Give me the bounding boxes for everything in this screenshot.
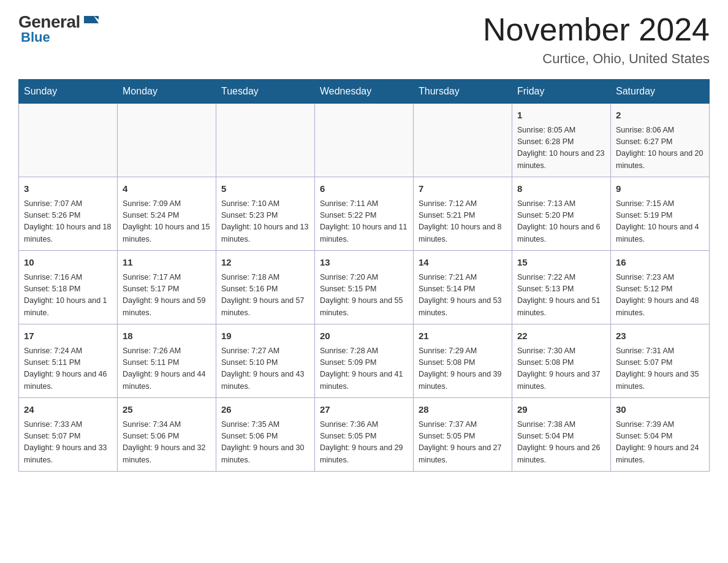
day-info: Sunrise: 7:21 AMSunset: 5:14 PMDaylight:…	[419, 273, 502, 317]
calendar-cell: 13Sunrise: 7:20 AMSunset: 5:15 PMDayligh…	[315, 251, 414, 324]
day-info: Sunrise: 7:36 AMSunset: 5:05 PMDaylight:…	[320, 420, 403, 464]
location-title: Curtice, Ohio, United States	[483, 51, 710, 67]
day-info: Sunrise: 7:11 AMSunset: 5:22 PMDaylight:…	[320, 199, 407, 243]
day-number: 29	[517, 403, 605, 417]
day-number: 9	[616, 182, 704, 196]
weekday-header-wednesday: Wednesday	[315, 80, 414, 104]
day-info: Sunrise: 7:22 AMSunset: 5:13 PMDaylight:…	[517, 273, 601, 317]
day-number: 15	[517, 256, 605, 270]
calendar-cell: 7Sunrise: 7:12 AMSunset: 5:21 PMDaylight…	[414, 177, 512, 251]
day-info: Sunrise: 8:06 AMSunset: 6:27 PMDaylight:…	[616, 126, 703, 170]
calendar-cell: 18Sunrise: 7:26 AMSunset: 5:11 PMDayligh…	[118, 324, 216, 398]
calendar-cell	[315, 104, 414, 177]
day-info: Sunrise: 7:10 AMSunset: 5:23 PMDaylight:…	[221, 199, 308, 243]
calendar-cell	[19, 104, 118, 177]
day-info: Sunrise: 7:29 AMSunset: 5:08 PMDaylight:…	[419, 347, 502, 391]
day-number: 28	[419, 403, 507, 417]
day-number: 5	[221, 182, 309, 196]
calendar-cell: 15Sunrise: 7:22 AMSunset: 5:13 PMDayligh…	[512, 251, 611, 324]
day-info: Sunrise: 7:16 AMSunset: 5:18 PMDaylight:…	[24, 273, 107, 317]
day-number: 21	[419, 329, 507, 343]
calendar-cell: 12Sunrise: 7:18 AMSunset: 5:16 PMDayligh…	[216, 251, 315, 324]
day-info: Sunrise: 7:20 AMSunset: 5:15 PMDaylight:…	[320, 273, 403, 317]
calendar-cell: 9Sunrise: 7:15 AMSunset: 5:19 PMDaylight…	[611, 177, 710, 251]
day-info: Sunrise: 7:28 AMSunset: 5:09 PMDaylight:…	[320, 347, 403, 391]
day-number: 26	[221, 403, 309, 417]
day-info: Sunrise: 7:18 AMSunset: 5:16 PMDaylight:…	[221, 273, 305, 317]
calendar-cell	[216, 104, 315, 177]
weekday-header-friday: Friday	[512, 80, 611, 104]
day-number: 10	[24, 256, 112, 270]
weekday-header-saturday: Saturday	[611, 80, 710, 104]
calendar-cell: 4Sunrise: 7:09 AMSunset: 5:24 PMDaylight…	[118, 177, 216, 251]
day-info: Sunrise: 8:05 AMSunset: 6:28 PMDaylight:…	[517, 126, 604, 170]
logo: General Blue	[18, 12, 101, 45]
day-info: Sunrise: 7:35 AMSunset: 5:06 PMDaylight:…	[221, 420, 305, 464]
day-info: Sunrise: 7:07 AMSunset: 5:26 PMDaylight:…	[24, 199, 111, 243]
day-info: Sunrise: 7:23 AMSunset: 5:12 PMDaylight:…	[616, 273, 699, 317]
day-number: 3	[24, 182, 112, 196]
calendar-cell: 8Sunrise: 7:13 AMSunset: 5:20 PMDaylight…	[512, 177, 611, 251]
calendar-cell: 17Sunrise: 7:24 AMSunset: 5:11 PMDayligh…	[19, 324, 118, 398]
calendar-table: SundayMondayTuesdayWednesdayThursdayFrid…	[18, 79, 710, 472]
day-number: 14	[419, 256, 507, 270]
calendar-cell: 16Sunrise: 7:23 AMSunset: 5:12 PMDayligh…	[611, 251, 710, 324]
week-row-2: 3Sunrise: 7:07 AMSunset: 5:26 PMDaylight…	[19, 177, 710, 251]
day-info: Sunrise: 7:30 AMSunset: 5:08 PMDaylight:…	[517, 347, 601, 391]
day-info: Sunrise: 7:27 AMSunset: 5:10 PMDaylight:…	[221, 347, 305, 391]
day-number: 19	[221, 329, 309, 343]
calendar-cell: 25Sunrise: 7:34 AMSunset: 5:06 PMDayligh…	[118, 398, 216, 472]
day-info: Sunrise: 7:38 AMSunset: 5:04 PMDaylight:…	[517, 420, 601, 464]
day-info: Sunrise: 7:15 AMSunset: 5:19 PMDaylight:…	[616, 199, 699, 243]
day-info: Sunrise: 7:31 AMSunset: 5:07 PMDaylight:…	[616, 347, 699, 391]
day-info: Sunrise: 7:37 AMSunset: 5:05 PMDaylight:…	[419, 420, 502, 464]
day-number: 11	[123, 256, 211, 270]
day-info: Sunrise: 7:39 AMSunset: 5:04 PMDaylight:…	[616, 420, 699, 464]
day-number: 25	[123, 403, 211, 417]
calendar-cell: 3Sunrise: 7:07 AMSunset: 5:26 PMDaylight…	[19, 177, 118, 251]
day-number: 24	[24, 403, 112, 417]
day-info: Sunrise: 7:09 AMSunset: 5:24 PMDaylight:…	[123, 199, 210, 243]
day-number: 16	[616, 256, 704, 270]
day-number: 8	[517, 182, 605, 196]
calendar-cell: 30Sunrise: 7:39 AMSunset: 5:04 PMDayligh…	[611, 398, 710, 472]
day-number: 7	[419, 182, 507, 196]
calendar-cell: 5Sunrise: 7:10 AMSunset: 5:23 PMDaylight…	[216, 177, 315, 251]
logo-flag-icon	[82, 13, 101, 31]
weekday-header-row: SundayMondayTuesdayWednesdayThursdayFrid…	[19, 80, 710, 104]
day-info: Sunrise: 7:33 AMSunset: 5:07 PMDaylight:…	[24, 420, 107, 464]
week-row-5: 24Sunrise: 7:33 AMSunset: 5:07 PMDayligh…	[19, 398, 710, 472]
calendar-cell: 24Sunrise: 7:33 AMSunset: 5:07 PMDayligh…	[19, 398, 118, 472]
day-number: 2	[616, 109, 704, 123]
week-row-3: 10Sunrise: 7:16 AMSunset: 5:18 PMDayligh…	[19, 251, 710, 324]
calendar-cell: 27Sunrise: 7:36 AMSunset: 5:05 PMDayligh…	[315, 398, 414, 472]
week-row-1: 1Sunrise: 8:05 AMSunset: 6:28 PMDaylight…	[19, 104, 710, 177]
weekday-header-tuesday: Tuesday	[216, 80, 315, 104]
day-info: Sunrise: 7:24 AMSunset: 5:11 PMDaylight:…	[24, 347, 107, 391]
week-row-4: 17Sunrise: 7:24 AMSunset: 5:11 PMDayligh…	[19, 324, 710, 398]
calendar-cell: 22Sunrise: 7:30 AMSunset: 5:08 PMDayligh…	[512, 324, 611, 398]
day-info: Sunrise: 7:26 AMSunset: 5:11 PMDaylight:…	[123, 347, 206, 391]
calendar-cell: 6Sunrise: 7:11 AMSunset: 5:22 PMDaylight…	[315, 177, 414, 251]
calendar-cell: 29Sunrise: 7:38 AMSunset: 5:04 PMDayligh…	[512, 398, 611, 472]
day-number: 12	[221, 256, 309, 270]
calendar-cell: 2Sunrise: 8:06 AMSunset: 6:27 PMDaylight…	[611, 104, 710, 177]
day-number: 20	[320, 329, 408, 343]
calendar-cell: 10Sunrise: 7:16 AMSunset: 5:18 PMDayligh…	[19, 251, 118, 324]
calendar-cell: 21Sunrise: 7:29 AMSunset: 5:08 PMDayligh…	[414, 324, 512, 398]
weekday-header-monday: Monday	[118, 80, 216, 104]
day-number: 1	[517, 109, 605, 123]
calendar-cell	[414, 104, 512, 177]
day-number: 4	[123, 182, 211, 196]
day-info: Sunrise: 7:12 AMSunset: 5:21 PMDaylight:…	[419, 199, 502, 243]
calendar-cell: 20Sunrise: 7:28 AMSunset: 5:09 PMDayligh…	[315, 324, 414, 398]
day-number: 13	[320, 256, 408, 270]
day-info: Sunrise: 7:34 AMSunset: 5:06 PMDaylight:…	[123, 420, 206, 464]
day-number: 17	[24, 329, 112, 343]
day-number: 23	[616, 329, 704, 343]
day-info: Sunrise: 7:17 AMSunset: 5:17 PMDaylight:…	[123, 273, 206, 317]
day-number: 6	[320, 182, 408, 196]
calendar-cell: 26Sunrise: 7:35 AMSunset: 5:06 PMDayligh…	[216, 398, 315, 472]
calendar-cell: 23Sunrise: 7:31 AMSunset: 5:07 PMDayligh…	[611, 324, 710, 398]
calendar-cell: 14Sunrise: 7:21 AMSunset: 5:14 PMDayligh…	[414, 251, 512, 324]
